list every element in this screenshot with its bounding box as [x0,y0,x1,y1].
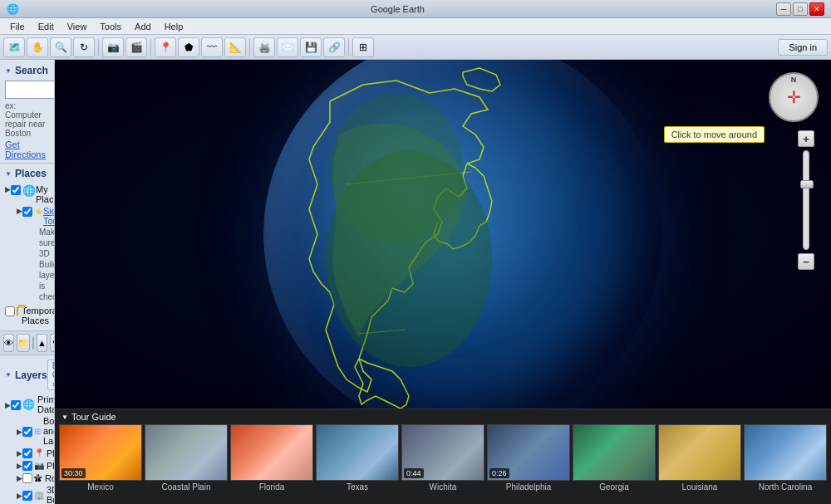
tour-item-philly[interactable]: 0:26 Philadelphia [487,424,570,504]
toolbar-email-btn[interactable]: ✉️ [277,37,298,57]
layer-borders-expand[interactable]: ▶ [17,428,22,436]
sightseeing-icon: ★ [34,206,43,218]
toolbar-camera-btn[interactable]: 📷 [102,37,124,57]
toolbar-save-btn[interactable]: 💾 [300,37,322,57]
left-panel: ▼ Search Search ex: Computer repair near… [0,60,55,504]
tour-label-texas: Texas [347,482,368,492]
tour-item-georgia[interactable]: Georgia [573,424,656,504]
menu-file[interactable]: File [3,20,32,33]
sightseeing-checkbox[interactable] [22,207,32,217]
toolbar-rotate-btn[interactable]: ↻ [73,37,95,57]
toolbar-map-btn[interactable]: 🗺️ [3,37,25,57]
compass-arrow-icon: ✛ [787,87,801,107]
layer-primary-db: ▶ 🌐 Primary Database [5,394,49,415]
toolbar-measure-btn[interactable]: 📐 [224,37,246,57]
layer-roads-expand[interactable]: ▶ [17,474,22,482]
layer-places-checkbox[interactable] [22,448,32,458]
tour-img-nc-inner [745,425,826,480]
toolbar-extra-btn[interactable]: ⊞ [352,37,374,57]
main-layout: ▼ Search Search ex: Computer repair near… [0,60,831,504]
zoom-track[interactable] [803,150,809,250]
tour-img-georgia-inner [573,425,655,480]
my-places-item: ▶ 🌐 My Places [5,183,49,205]
menu-tools[interactable]: Tools [93,20,128,33]
earth-gallery-button[interactable]: Earth Gallery » [47,360,54,390]
toolbar-print-btn[interactable]: 🖨️ [253,37,275,57]
tour-item-nc[interactable]: North Carolina [744,424,827,504]
tour-item-coastal[interactable]: Coastal Plain [145,424,228,504]
toolbar-path-btn[interactable]: 〰 [201,37,223,57]
tour-img-philly: 0:26 [487,424,570,481]
layer-expand-primary[interactable]: ▶ [5,401,11,409]
tour-img-wichita: 0:44 [401,424,484,481]
tour-label-georgia: Georgia [599,482,629,492]
maximize-button[interactable]: □ [793,2,808,16]
toolbar-hand-btn[interactable]: ✋ [27,37,48,57]
toolbar-placemark-btn[interactable]: 📍 [155,37,176,57]
toolbar-zoom-btn[interactable]: 🔍 [50,37,71,57]
layer-3d-checkbox[interactable] [22,491,32,501]
nav-slider[interactable] [32,336,34,350]
right-area: N ✛ Click to move around + − ▼ Tour Guid… [55,60,831,504]
toolbar-sep-3 [249,39,250,56]
tour-guide-label: Tour Guide [71,412,116,422]
layer-photos-expand[interactable]: ▶ [17,462,22,470]
layer-borders: ▶ ⊞ Borders and Labels [17,415,49,447]
menu-view[interactable]: View [61,20,94,33]
nav-eye-btn[interactable]: 👁 [3,334,14,352]
nav-up-btn[interactable]: ▲ [37,334,47,352]
tour-item-florida[interactable]: Florida [230,424,313,504]
layer-primary-checkbox[interactable] [11,400,21,410]
layer-borders-icon: ⊞ [34,427,41,436]
layer-places-expand[interactable]: ▶ [17,449,22,458]
my-places-expand[interactable]: ▶ [5,185,11,193]
layer-photos-checkbox[interactable] [22,461,32,471]
get-directions-link[interactable]: Get Directions [5,139,46,159]
zoom-thumb[interactable] [800,180,814,188]
toolbar-link-btn[interactable]: 🔗 [323,37,345,57]
layer-3d-expand[interactable]: ▶ [17,492,22,500]
tour-badge-philly: 0:26 [489,468,509,478]
layer-roads-checkbox[interactable] [22,473,32,483]
zoom-out-button[interactable]: − [798,253,814,270]
tour-item-mexico[interactable]: 30:30 Mexico [59,424,142,504]
menu-edit[interactable]: Edit [32,20,61,33]
minimize-button[interactable]: ─ [776,2,791,16]
tour-header: ▼ Tour Guide [55,409,831,424]
tour-badge-wichita: 0:44 [404,468,424,478]
places-section: ▼ Places ▶ 🌐 My Places ▶ ★ Sightseeing T… [0,164,54,331]
globe-svg [263,60,662,409]
close-button[interactable]: ✕ [809,2,824,16]
compass[interactable]: N ✛ [769,72,819,122]
tour-label-coastal: Coastal Plain [162,482,211,492]
menu-help[interactable]: Help [158,20,190,33]
layer-3d-label: 3D Buildings [47,485,54,504]
sightseeing-item: ▶ ★ Sightseeing Tour [17,205,49,227]
zoom-in-button[interactable]: + [798,130,814,147]
signin-button[interactable]: Sign in [778,39,828,56]
temporary-places-item: Temporary Places [5,305,49,326]
my-places-checkbox[interactable] [11,185,21,195]
sightseeing-expand[interactable]: ▶ [17,207,22,215]
menu-add[interactable]: Add [128,20,158,33]
layer-3d-icon: 🏢 [34,491,44,500]
toolbar-sep-1 [98,39,99,56]
nav-folder-btn[interactable]: 📁 [17,334,30,352]
tour-label-mexico: Mexico [87,482,114,492]
temp-checkbox[interactable] [5,306,15,316]
app-icon: 🌐 [7,3,19,15]
my-places-sub: ▶ ★ Sightseeing Tour Make sure 3D Buildi… [5,205,49,302]
tour-item-louisiana[interactable]: Louisiana [658,424,741,504]
tour-item-texas[interactable]: Texas [316,424,399,504]
search-input[interactable] [5,81,55,99]
zoom-control: + − [798,130,814,270]
toolbar-video-btn[interactable]: 🎬 [125,37,147,57]
layer-places: ▶ 📍 Places [17,447,49,459]
tour-item-wichita[interactable]: 0:44 Wichita [401,424,484,504]
sightseeing-label[interactable]: Sightseeing Tour [43,206,55,226]
toolbar-polygon-btn[interactable]: ⬟ [178,37,199,57]
layer-photos-label: Photos [47,461,54,471]
globe-area[interactable]: N ✛ Click to move around + − [55,60,831,409]
layer-borders-checkbox[interactable] [22,427,32,437]
tour-img-georgia [573,424,656,481]
